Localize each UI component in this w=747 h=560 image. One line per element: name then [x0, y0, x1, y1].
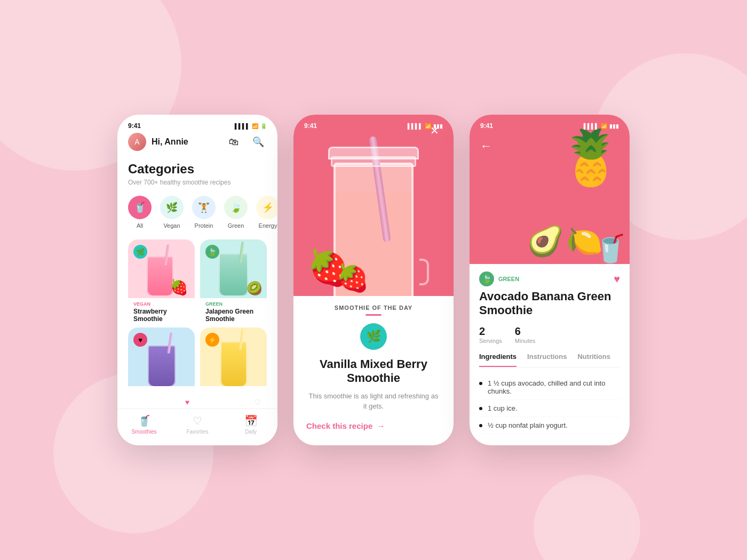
mason-jar-lid [328, 147, 419, 159]
smoothie-glass-purple [148, 346, 176, 386]
stat-minutes-value: 6 [515, 325, 536, 338]
battery-icon-2: ▮▮▮ [433, 123, 443, 129]
phone3-body: 🍃 GREEN ♥ Avocado Banana Green Smoothie … [470, 264, 630, 445]
recipe-title: Avocado Banana Green Smoothie [479, 290, 620, 318]
stat-servings: 2 Servings [479, 325, 502, 344]
greeting-text: Hi, Annie [152, 137, 188, 147]
filter-all[interactable]: 🥤 All [128, 196, 152, 229]
tab-nutritions[interactable]: Nutritions [577, 353, 610, 367]
filter-energy[interactable]: ⚡ Energy [256, 196, 277, 229]
card-name-green: Jalapeno Green Smoothie [205, 308, 261, 322]
nav-smoothies[interactable]: 🥤 Smoothies [117, 414, 171, 435]
wifi-icon-2: 📶 [425, 123, 431, 129]
time-2: 9:41 [304, 122, 317, 130]
filter-protein[interactable]: 🏋 Protein [192, 196, 216, 229]
status-bar-1: 9:41 ▌▌▌▌ 📶 🔋 [117, 115, 277, 133]
basket-button[interactable]: 🛍 [225, 133, 242, 150]
nav-smoothies-icon: 🥤 [138, 414, 151, 427]
recipe-category-badge: 🍃 [479, 271, 494, 286]
card-name-yellow [205, 389, 261, 396]
time-1: 9:41 [128, 122, 141, 130]
filter-vegan[interactable]: 🌿 Vegan [160, 196, 184, 229]
smoothie-glass-yellow [220, 342, 247, 386]
recipe-grid: 🌿 🍓 VEGAN Strawberry Smoothie [128, 239, 267, 410]
smoothie-glass-detail: 🥤 [594, 233, 627, 264]
filter-vegan-icon: 🌿 [160, 196, 184, 219]
card-info-purple: ♥ [128, 386, 195, 409]
status-icons-2: ▌▌▌▌ 📶 ▮▮▮ [408, 123, 443, 129]
straw-pink [164, 244, 170, 266]
card-meta-purple: ♥ [133, 398, 189, 406]
ingredient-text-1: 1 ½ cups avocado, chilled and cut into c… [488, 379, 620, 395]
kiwi-deco: 🥝 [247, 281, 263, 296]
card-heart-yellow[interactable]: ♡ [255, 398, 261, 406]
recipe-card-purple[interactable]: ♥ ♥ [128, 327, 195, 410]
filter-green[interactable]: 🍃 Green [224, 196, 248, 229]
back-button[interactable]: ← [480, 139, 492, 153]
bullet-1 [479, 382, 482, 385]
phone-home: 9:41 ▌▌▌▌ 📶 🔋 A Hi, Annie 🛍 🔍 Categories… [117, 115, 277, 445]
ingredient-2: 1 cup ice. [479, 400, 620, 417]
straw-yellow [239, 329, 244, 350]
sotd-label: SMOOTHIE OF THE DAY [306, 305, 441, 311]
card-bg-strawberry: 🌿 🍓 [128, 239, 195, 298]
nav-daily[interactable]: 📅 Daily [224, 414, 277, 435]
nav-favorites-icon: ♡ [193, 414, 202, 427]
filter-green-label: Green [228, 222, 244, 229]
check-recipe-button[interactable]: Check this recipe → [306, 421, 385, 430]
filter-protein-label: Protein [195, 222, 213, 229]
bottom-nav: 🥤 Smoothies ♡ Favorites 📅 Daily [117, 409, 277, 445]
recipe-card-green[interactable]: 🍃 🥝 GREEN Jalapeno Green Smoo [200, 239, 267, 322]
recipe-category-left: 🍃 GREEN [479, 271, 519, 286]
battery-icon-1: 🔋 [260, 123, 267, 129]
sotd-description: This smoothie is as light and refreshing… [306, 391, 441, 412]
phone-recipe: 9:41 ▌▌▌▌ 📶 ▮▮▮ ← 🍍 🥑 🍋 🥤 🍃 [470, 115, 630, 445]
filter-vegan-label: Vegan [163, 222, 180, 229]
mason-jar-handle [419, 259, 429, 285]
stat-minutes: 6 Minutes [515, 325, 536, 344]
check-recipe-label: Check this recipe [306, 421, 372, 430]
phone-sotd: 9:41 ▌▌▌▌ 📶 ▮▮▮ ✕ [293, 115, 454, 445]
nav-daily-label: Daily [245, 429, 257, 435]
card-time-yellow [205, 399, 207, 405]
search-button[interactable]: 🔍 [250, 133, 267, 150]
card-heart-purple[interactable]: ♥ [185, 398, 189, 406]
tab-ingredients[interactable]: Ingredients [479, 353, 516, 367]
sotd-divider [365, 314, 382, 316]
strawberry-medium: 🍓 [336, 262, 369, 293]
card-time-purple [133, 399, 135, 405]
recipe-card-strawberry[interactable]: 🌿 🍓 VEGAN Strawberry Smoothie [128, 239, 195, 322]
filter-green-icon: 🍃 [224, 196, 248, 219]
ingredient-list: 1 ½ cups avocado, chilled and cut into c… [479, 375, 620, 434]
card-info-yellow: ♡ [200, 386, 267, 409]
fruit-deco: 🥑 🍋 [527, 224, 603, 259]
ingredient-text-2: 1 cup ice. [488, 404, 518, 412]
greeting-row: A Hi, Annie 🛍 🔍 [128, 133, 267, 151]
avatar: A [128, 133, 146, 151]
card-info-green: GREEN Jalapeno Green Smoothie ⏱ 6 min ♡ [200, 298, 267, 322]
card-name-strawberry: Strawberry Smoothie [133, 308, 189, 322]
card-meta-yellow: ♡ [205, 398, 261, 406]
bg-decoration-4 [534, 475, 640, 560]
categories-subtitle: Over 700+ healthy smoothie recipes [128, 179, 267, 186]
time-3: 9:41 [480, 122, 493, 130]
stat-servings-value: 2 [479, 325, 502, 338]
card-badge-purple: ♥ [133, 333, 147, 347]
card-category-green: GREEN [205, 301, 261, 307]
wifi-icon-1: 📶 [252, 123, 258, 129]
phone2-image-area: 9:41 ▌▌▌▌ 📶 ▮▮▮ ✕ [293, 115, 454, 296]
greeting-left: A Hi, Annie [128, 133, 188, 151]
card-bg-purple: ♥ [128, 327, 195, 386]
bullet-2 [479, 407, 482, 410]
tab-instructions[interactable]: Instructions [527, 353, 567, 367]
signal-icon-2: ▌▌▌▌ [408, 123, 423, 129]
status-icons-1: ▌▌▌▌ 📶 🔋 [235, 123, 267, 129]
recipe-heart-button[interactable]: ♥ [614, 273, 620, 285]
bullet-3 [479, 424, 482, 427]
card-bg-green: 🍃 🥝 [200, 239, 267, 298]
signal-icon-3: ▌▌▌▌ [584, 123, 599, 129]
strawberry-deco: 🍓 [170, 278, 188, 296]
ingredient-text-3: ½ cup nonfat plain yogurt. [488, 421, 568, 429]
recipe-card-yellow[interactable]: ⚡ ♡ [200, 327, 267, 410]
nav-favorites[interactable]: ♡ Favorites [171, 414, 224, 435]
